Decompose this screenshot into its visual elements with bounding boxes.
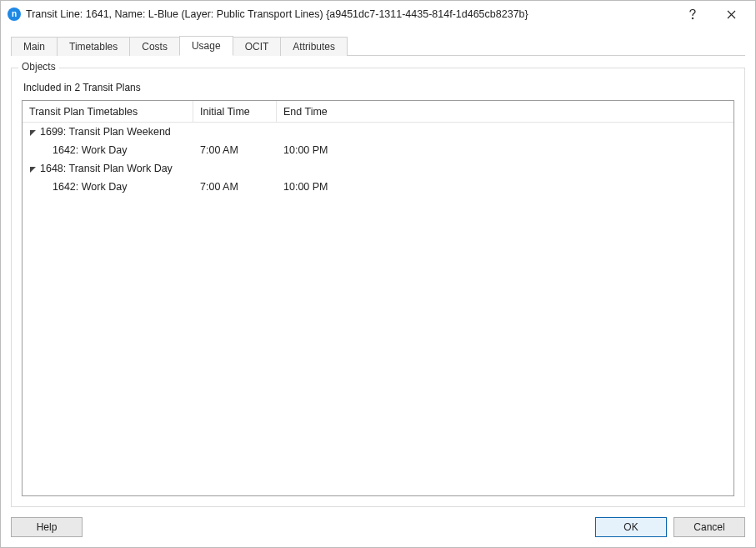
client-area: Main Timetables Costs Usage OCIT Attribu…	[1, 28, 755, 547]
table-header: Transit Plan Timetables Initial Time End…	[23, 101, 733, 123]
column-header-initial[interactable]: Initial Time	[193, 101, 277, 122]
help-button[interactable]: Help	[11, 517, 83, 537]
tab-usage[interactable]: Usage	[179, 36, 233, 56]
tab-costs[interactable]: Costs	[129, 37, 180, 56]
row-label: 1648: Transit Plan Work Day	[40, 163, 173, 174]
row-end	[277, 159, 733, 178]
dialog-buttons: Help OK Cancel	[11, 507, 745, 537]
tab-main[interactable]: Main	[11, 37, 58, 56]
row-label: 1642: Work Day	[53, 144, 127, 156]
help-button[interactable]	[673, 2, 712, 27]
transit-plan-table[interactable]: Transit Plan Timetables Initial Time End…	[22, 100, 734, 496]
tab-ocit[interactable]: OCIT	[233, 37, 282, 56]
app-icon: n	[8, 8, 21, 21]
tab-timetables[interactable]: Timetables	[57, 37, 130, 56]
cancel-button[interactable]: Cancel	[673, 517, 745, 537]
ok-button[interactable]: OK	[595, 517, 667, 537]
row-end: 10:00 PM	[277, 178, 733, 196]
svg-point-0	[692, 18, 693, 19]
row-name: 1642: Work Day	[23, 141, 193, 159]
chevron-down-icon[interactable]	[29, 128, 37, 136]
chevron-down-icon[interactable]	[29, 165, 37, 173]
window-controls	[673, 2, 750, 27]
row-end	[277, 123, 733, 141]
table-row[interactable]: 1642: Work Day 7:00 AM 10:00 PM	[23, 141, 733, 159]
included-count: Included in 2 Transit Plans	[23, 82, 734, 93]
row-initial: 7:00 AM	[193, 178, 277, 196]
group-legend: Objects	[18, 61, 59, 73]
table-row[interactable]: 1699: Transit Plan Weekend	[23, 123, 733, 141]
table-row[interactable]: 1648: Transit Plan Work Day	[23, 159, 733, 178]
row-name: 1699: Transit Plan Weekend	[23, 123, 193, 141]
table-row[interactable]: 1642: Work Day 7:00 AM 10:00 PM	[23, 178, 733, 196]
column-header-name[interactable]: Transit Plan Timetables	[23, 101, 193, 122]
row-end: 10:00 PM	[277, 141, 733, 159]
row-label: 1699: Transit Plan Weekend	[40, 126, 171, 138]
row-initial	[193, 123, 277, 141]
titlebar: n Transit Line: 1641, Name: L-Blue (Laye…	[1, 1, 755, 28]
objects-group: Objects Included in 2 Transit Plans Tran…	[11, 68, 745, 507]
column-header-end[interactable]: End Time	[277, 101, 733, 122]
window-title: Transit Line: 1641, Name: L-Blue (Layer:…	[26, 8, 673, 20]
tab-attributes[interactable]: Attributes	[280, 37, 348, 56]
row-initial: 7:00 AM	[193, 141, 277, 159]
row-label: 1642: Work Day	[53, 181, 127, 193]
row-name: 1642: Work Day	[23, 178, 193, 196]
row-initial	[193, 159, 277, 178]
row-name: 1648: Transit Plan Work Day	[23, 159, 193, 178]
tabs: Main Timetables Costs Usage OCIT Attribu…	[11, 34, 745, 56]
close-button[interactable]	[712, 2, 750, 27]
